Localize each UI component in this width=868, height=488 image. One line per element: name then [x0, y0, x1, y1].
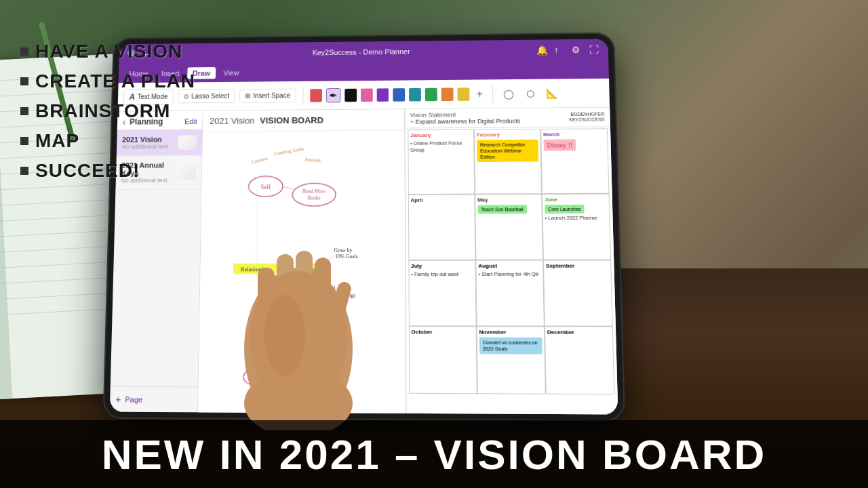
- cal-august: August Start Planning for 4th Qtr: [475, 260, 545, 327]
- svg-text:Expand online: Expand online: [319, 286, 350, 292]
- settings-icon[interactable]: ⚙: [572, 45, 583, 56]
- mind-map-header: 2021 Vision VISION BOARD: [203, 109, 404, 131]
- insert-space-label: Insert Space: [253, 92, 290, 99]
- mind-map-svg: Self Read More Books Creation Learning G…: [198, 129, 406, 413]
- toolbar-sep-2: [492, 85, 493, 103]
- insert-space-btn[interactable]: ⊞ Insert Space: [239, 89, 296, 103]
- vision-board-panel[interactable]: Vision Statement ~ Expand awareness for …: [405, 108, 618, 415]
- svg-text:Read More: Read More: [302, 188, 326, 195]
- svg-text:Books: Books: [307, 195, 321, 201]
- bullet-icon-1: [20, 47, 28, 56]
- bullet-item-3: BRAINSTORM: [20, 100, 195, 122]
- mind-map-title: VISION BOARD: [260, 115, 323, 125]
- expand-icon[interactable]: ⛶: [589, 44, 600, 55]
- bullet-item-5: SUCCEED!: [20, 160, 195, 182]
- svg-line-26: [283, 186, 292, 189]
- color-swatch-orange[interactable]: [441, 87, 454, 101]
- bullet-icon-3: [20, 107, 28, 115]
- cal-aug-item: Start Planning for 4th Qtr: [478, 270, 540, 277]
- lasso-label: Lasso Select: [191, 92, 229, 100]
- cal-december: December: [545, 327, 615, 394]
- toolbar-sep-1: [303, 86, 304, 104]
- svg-text:Product offerings: Product offerings: [319, 292, 355, 298]
- app-title: Key2Success - Demo Planner: [313, 47, 410, 56]
- color-swatch-blue[interactable]: [393, 88, 406, 102]
- cal-month-may: May: [477, 197, 539, 203]
- mind-map-year: 2021 Vision: [210, 116, 254, 126]
- bullet-item-2: CREATE A PLAN: [20, 70, 195, 92]
- bottom-title-bar: NEW IN 2021 – VISION BOARD: [0, 420, 868, 488]
- svg-text:Grow in MensGroup: Grow in MensGroup: [288, 308, 331, 314]
- mind-map-panel[interactable]: 2021 Vision VISION BOARD Self Read More …: [198, 109, 406, 413]
- cal-jan-item-1: Online Product Focus Group: [410, 140, 471, 154]
- svg-text:Outline 3-5: Outline 3-5: [269, 387, 294, 394]
- title-bar-right: 🔔 ↑ ⚙ ⛶: [536, 44, 600, 55]
- svg-text:Creation: Creation: [251, 155, 269, 165]
- add-pen-btn[interactable]: +: [473, 85, 486, 102]
- calendar-grid: January Online Product Focus Group Febru…: [405, 127, 618, 396]
- svg-text:year growth: year growth: [271, 394, 296, 401]
- color-swatch-pink[interactable]: [361, 88, 373, 102]
- svg-line-27: [256, 186, 257, 264]
- selection-btn[interactable]: ⬡: [521, 85, 539, 102]
- menu-view[interactable]: View: [218, 67, 245, 79]
- svg-text:Relationships: Relationships: [241, 266, 272, 272]
- cal-month-jun: June: [545, 196, 607, 202]
- bullet-icon-5: [20, 167, 28, 175]
- share-icon[interactable]: ↑: [554, 45, 565, 56]
- pen-nib-tool[interactable]: ✒: [326, 88, 341, 102]
- cal-nov-sticky: Connect w/ customers on 2022 Goals: [479, 338, 542, 354]
- bottom-title-text: NEW IN 2021 – VISION BOARD: [102, 430, 767, 479]
- color-swatch-purple[interactable]: [377, 88, 389, 102]
- cal-july: July Family trip out west: [408, 260, 476, 326]
- bullet-label-3: BRAINSTORM: [35, 100, 170, 122]
- vision-logo-line2: KEY2SUCCESS: [569, 117, 604, 123]
- cal-month-mar: March: [543, 131, 605, 137]
- bullet-label-5: SUCCEED!: [35, 160, 140, 182]
- svg-text:Planner: Planner: [254, 373, 273, 381]
- cal-june: June Core Launches Launch 2022 Planner: [542, 193, 611, 260]
- bullet-label-4: MAP: [35, 130, 79, 152]
- cal-month-jan: January: [410, 132, 471, 138]
- color-swatch-teal[interactable]: [409, 87, 421, 101]
- bullet-icon-4: [20, 137, 28, 145]
- cal-jun-sticky: Core Launches: [545, 205, 585, 214]
- cal-may-sticky: Teach Son Baseball: [477, 205, 527, 214]
- cal-month-dec: December: [547, 329, 610, 336]
- cal-april: April: [408, 194, 475, 260]
- cal-month-sep: September: [546, 262, 608, 268]
- vision-logo: BODENHOFER KEY2SUCCESS: [569, 111, 605, 123]
- bullet-icon-2: [20, 77, 28, 85]
- cal-november: November Connect w/ customers on 2022 Go…: [476, 327, 545, 394]
- canvas-area: 2021 Vision VISION BOARD Self Read More …: [198, 108, 618, 415]
- svg-text:Community: Community: [267, 327, 297, 334]
- cal-month-nov: November: [479, 329, 541, 336]
- cal-jul-item: Family trip out west: [411, 270, 473, 277]
- bullet-item-1: HAVE A VISION: [20, 41, 195, 62]
- color-swatch-yellow[interactable]: [458, 87, 470, 101]
- svg-text:Hiring Digital: Hiring Digital: [307, 337, 336, 343]
- svg-text:Grow by: Grow by: [334, 247, 352, 253]
- color-swatch-green[interactable]: [425, 87, 437, 101]
- cal-month-apr: April: [410, 197, 472, 203]
- cal-jun-item: Launch 2022 Planner: [545, 215, 608, 222]
- left-text-overlay: HAVE A VISION CREATE A PLAN BRAINSTORM M…: [20, 41, 195, 190]
- add-page-icon: +: [115, 394, 121, 405]
- notification-icon[interactable]: 🔔: [536, 45, 547, 56]
- bullet-item-4: MAP: [20, 130, 195, 152]
- ruler-btn[interactable]: 📐: [542, 85, 561, 102]
- color-swatch-red[interactable]: [310, 89, 322, 102]
- cal-mar-sticky: Disney !!: [543, 139, 576, 150]
- cal-month-aug: August: [478, 262, 540, 268]
- svg-text:Journals: Journals: [304, 157, 321, 163]
- svg-text:Marketer: Marketer: [309, 344, 329, 350]
- cal-october: October: [408, 326, 477, 394]
- svg-text:Learning Goals: Learning Goals: [274, 146, 304, 157]
- add-page-btn[interactable]: + Page: [110, 386, 198, 413]
- color-swatch-black[interactable]: [345, 88, 357, 102]
- svg-text:plans: plans: [275, 400, 286, 407]
- cal-month-jul: July: [411, 262, 473, 268]
- eraser-btn[interactable]: ◯: [500, 85, 517, 102]
- add-page-label: Page: [125, 395, 142, 403]
- cal-may: May Teach Son Baseball: [475, 194, 543, 260]
